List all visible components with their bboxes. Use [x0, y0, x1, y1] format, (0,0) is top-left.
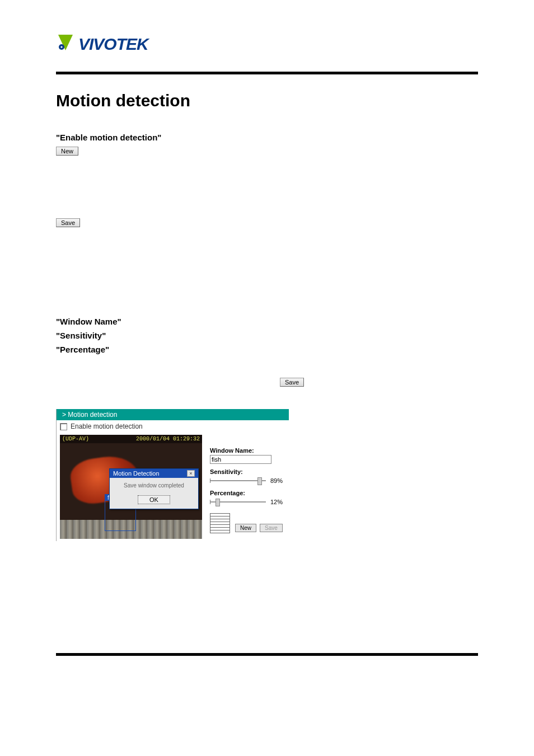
enable-checkbox[interactable] [60, 423, 67, 430]
percentage-slider[interactable] [210, 497, 266, 506]
percentage-label: "Percentage" [56, 345, 478, 354]
motion-detection-screenshot: > Motion detection Enable motion detecti… [56, 409, 289, 541]
shot-header: > Motion detection [57, 409, 289, 420]
panel-new-button[interactable]: New [235, 524, 256, 532]
enable-checkbox-label: Enable motion detection [71, 422, 143, 430]
brand-logo-text: VIVOTEK [78, 35, 148, 54]
top-divider [56, 72, 478, 74]
sensitivity-value: 89% [270, 477, 283, 484]
new-button[interactable]: New [56, 147, 78, 156]
window-name-label: "Window Name" [56, 317, 478, 326]
enable-checkbox-row[interactable]: Enable motion detection [57, 420, 289, 433]
percentage-value: 12% [270, 499, 283, 505]
save-complete-dialog: Motion Detection × Save window completed… [109, 468, 199, 509]
mid-save-button[interactable]: Save [280, 378, 304, 387]
sensitivity-slider[interactable] [210, 476, 266, 485]
dialog-title: Motion Detection [113, 470, 160, 477]
enable-motion-detection-label: "Enable motion detection" [56, 133, 478, 142]
video-protocol-label: (UDP-AV) [62, 436, 89, 442]
window-name-input[interactable] [210, 455, 271, 464]
vivotek-mark-icon [56, 34, 75, 55]
sensitivity-label: "Sensitivity" [56, 331, 478, 340]
panel-window-name-label: Window Name: [210, 447, 289, 454]
save-button[interactable]: Save [56, 218, 80, 227]
svg-point-1 [60, 46, 62, 48]
dialog-close-icon[interactable]: × [187, 470, 195, 477]
panel-percentage-label: Percentage: [210, 490, 289, 496]
brand-logo: VIVOTEK [56, 34, 478, 55]
bottom-divider [56, 653, 478, 656]
activity-indicator-icon [210, 513, 230, 533]
dialog-message: Save window completed [113, 482, 195, 489]
settings-panel: Window Name: Sensitivity: 89% [210, 435, 289, 539]
dialog-ok-button[interactable]: OK [138, 495, 170, 504]
video-preview: (UDP-AV) 2000/01/04 01:29:32 fish Motion… [60, 435, 202, 539]
page-title: Motion detection [56, 91, 478, 110]
panel-save-button[interactable]: Save [260, 524, 283, 532]
video-timestamp: 2000/01/04 01:29:32 [136, 436, 200, 442]
panel-sensitivity-label: Sensitivity: [210, 468, 289, 475]
